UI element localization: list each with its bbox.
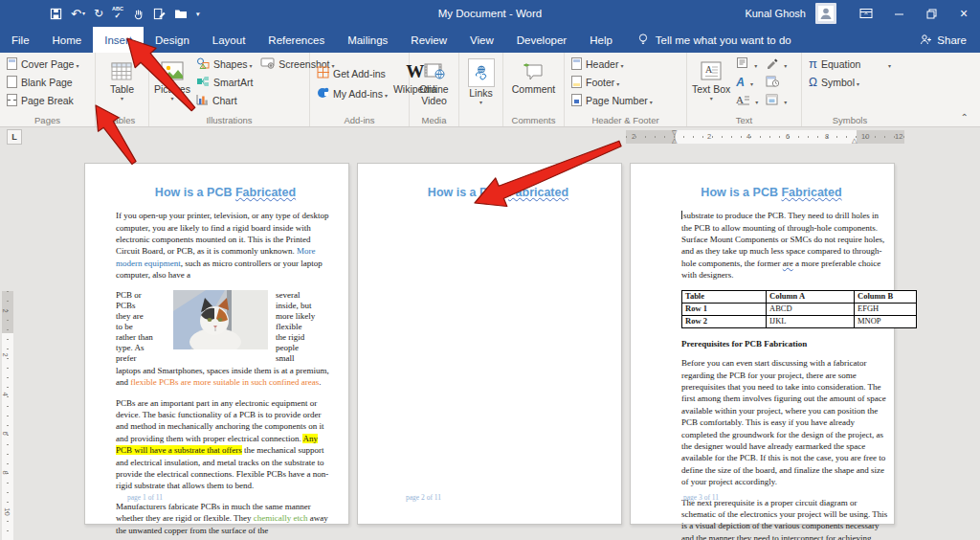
cover-page-button[interactable]: Cover Page [5, 55, 80, 73]
wordart-button[interactable]: A [734, 73, 760, 91]
table-header-row: Table Column A Column B [682, 290, 917, 303]
tab-home[interactable]: Home [41, 27, 94, 53]
save-icon[interactable] [50, 8, 62, 20]
page-number-button[interactable]: Page Number [569, 91, 655, 109]
symbol-button[interactable]: ΩSymbol [807, 73, 893, 91]
tab-mailings[interactable]: Mailings [336, 27, 399, 53]
document-canvas: 2 2 4 6 8 10 12 14 16 18 How is a PCB Fa… [0, 146, 980, 540]
spelling-grammar-icon[interactable]: ABC✓ [112, 7, 123, 20]
page-footer: page 1 of 11 [127, 493, 163, 503]
right-indent-marker[interactable]: △ [852, 137, 857, 144]
online-video-icon [424, 58, 445, 83]
page-title: How is a PCB Fabricated [389, 185, 608, 201]
edit-document-icon[interactable] [153, 8, 166, 20]
text-box-button[interactable]: A Text Box▾ [692, 55, 730, 112]
footer-button[interactable]: Footer [569, 73, 655, 91]
shapes-button[interactable]: Shapes [194, 55, 255, 73]
signature-line-button[interactable] [764, 55, 789, 73]
footer-icon [571, 76, 582, 88]
tab-design[interactable]: Design [144, 27, 201, 53]
hanging-indent-marker[interactable]: △ [672, 137, 677, 144]
redo-icon[interactable]: ↻ [94, 8, 103, 19]
document-table[interactable]: Table Column A Column B Row 1 ABCD EFGH … [681, 290, 917, 328]
ruler-row: L 2 2 4 6 8 10 12 ▽ △ △ [0, 127, 980, 146]
tab-references[interactable]: References [256, 27, 336, 53]
get-addins-icon [317, 66, 329, 80]
tab-layout[interactable]: Layout [201, 27, 257, 53]
equation-button[interactable]: πEquation [807, 55, 893, 73]
avatar[interactable] [815, 3, 836, 24]
tab-stop-selector[interactable]: L [7, 129, 22, 145]
tab-developer[interactable]: Developer [505, 27, 578, 53]
image-text-wrap: PCB or PCBs they are to be rather than t… [116, 290, 335, 364]
object-button[interactable] [764, 91, 789, 109]
wrap-text-left: PCB or PCBs they are to be rather than t… [116, 290, 166, 364]
restore-button[interactable] [915, 0, 947, 27]
tab-review[interactable]: Review [399, 27, 458, 53]
online-video-button[interactable]: Online Video [414, 55, 454, 112]
paragraph: Before you can even start discussing wit… [681, 357, 890, 487]
document-page-1[interactable]: How is a PCB Fabricated If you open-up y… [84, 163, 349, 525]
quick-access-toolbar: ↶▾ ↻ ABC✓ –▾ [0, 7, 200, 20]
customize-qat-icon[interactable]: –▾ [196, 11, 200, 15]
share-person-icon [920, 34, 932, 47]
undo-dropdown-caret[interactable]: ▾ [82, 11, 85, 16]
table-row: Row 2 IJKL MNOP [682, 315, 917, 327]
get-addins-button[interactable]: Get Add-ins [315, 64, 390, 82]
document-page-2[interactable]: How is a PCB Fabricated page 2 of 11 [357, 163, 622, 525]
tab-insert[interactable]: Insert [93, 27, 144, 53]
share-button[interactable]: Share [920, 27, 967, 53]
links-icon [468, 58, 495, 87]
group-links: Links▾ [459, 53, 503, 126]
tell-me-box[interactable]: Tell me what you want to do [637, 27, 791, 53]
text-cursor [681, 211, 682, 219]
group-header-footer: Header Footer Page Number Header & Foote… [565, 53, 687, 126]
first-line-indent-marker[interactable]: ▽ [672, 129, 677, 136]
lightbulb-icon [637, 33, 649, 48]
signature-line-icon [766, 57, 778, 71]
quick-parts-button[interactable] [734, 55, 760, 73]
user-name[interactable]: Kunal Ghosh [745, 8, 806, 19]
table-icon [111, 58, 132, 83]
date-time-icon [766, 76, 779, 89]
tab-file[interactable]: File [0, 27, 41, 53]
tab-help[interactable]: Help [578, 27, 624, 53]
paragraph: PCBs are an important part in any electr… [116, 397, 335, 492]
drop-cap-button[interactable]: A [734, 91, 760, 109]
blank-page-button[interactable]: Blank Page [5, 73, 80, 91]
comment-icon [523, 58, 544, 83]
drop-cap-icon: A [736, 94, 749, 107]
links-button[interactable]: Links▾ [468, 55, 495, 112]
ribbon-display-options-icon[interactable] [850, 0, 882, 27]
page-break-button[interactable]: Page Break [5, 91, 80, 109]
comment-button[interactable]: Comment [512, 55, 556, 112]
my-addins-button[interactable]: My Add-ins [315, 84, 390, 102]
wrap-text-right: several inside, but more likely flexible… [276, 290, 335, 364]
touch-mode-icon[interactable] [132, 8, 145, 20]
document-page-3[interactable]: How is a PCB Fabricated substrate to pro… [630, 163, 895, 525]
date-time-button[interactable] [764, 73, 789, 91]
svg-text:A: A [736, 94, 744, 105]
shapes-icon [196, 57, 210, 71]
pictures-icon [161, 58, 184, 83]
tab-view[interactable]: View [458, 27, 505, 53]
chart-button[interactable]: Chart [194, 91, 255, 109]
header-button[interactable]: Header [569, 55, 655, 73]
table-button[interactable]: Table▾ [110, 55, 134, 112]
close-button[interactable]: × [947, 0, 980, 27]
undo-icon[interactable]: ↶▾ [71, 8, 85, 20]
pictures-button[interactable]: Pictures▾ [154, 55, 190, 112]
group-media: Online Video Media [410, 53, 459, 126]
collapse-ribbon-button[interactable]: ⌃ [961, 112, 969, 123]
paragraph: If you open-up your printer, television,… [116, 210, 335, 281]
folder-icon[interactable] [174, 8, 188, 19]
group-comments: Comment Comments [503, 53, 565, 126]
minimize-button[interactable] [882, 0, 915, 27]
cat-photo[interactable] [173, 290, 268, 349]
group-tables: Table▾ Tables [96, 53, 149, 126]
word-window: ↶▾ ↻ ABC✓ –▾ My Document - Word Kunal Gh… [0, 0, 980, 540]
title-bar: ↶▾ ↻ ABC✓ –▾ My Document - Word Kunal Gh… [0, 0, 980, 27]
smartart-button[interactable]: SmartArt [194, 73, 255, 91]
page-break-icon [7, 94, 17, 106]
page-title: How is a PCB Fabricated [653, 185, 890, 201]
